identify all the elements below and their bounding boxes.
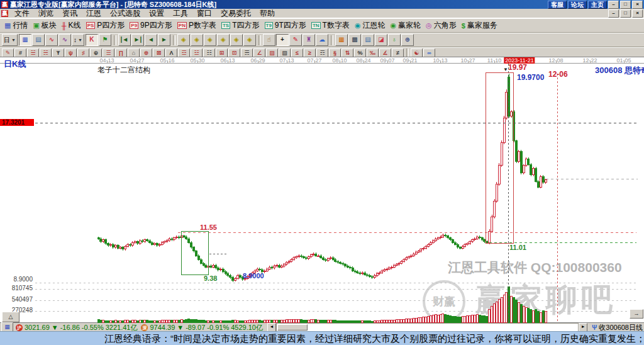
hexagon-icon: ◎ xyxy=(426,21,432,30)
date-axis-label: 05-30 xyxy=(190,57,204,64)
quotes-button[interactable]: ▦行情 xyxy=(2,20,30,31)
p-square-label: P四方形 xyxy=(97,20,125,31)
candlestick-chart[interactable] xyxy=(0,57,644,323)
9t-square-label: 9T四方形 xyxy=(275,20,306,31)
menu-item-设置[interactable]: 设置 xyxy=(145,9,169,18)
9p-square-button[interactable]: P99P四方形 xyxy=(127,20,174,31)
menu-item-浏览[interactable]: 浏览 xyxy=(34,9,58,18)
period-select[interactable]: 日▼ xyxy=(2,34,18,46)
menu-item-江恩[interactable]: 江恩 xyxy=(82,9,106,18)
mind-tool-icon[interactable]: ☁ xyxy=(316,34,328,46)
menu-item-公式选股[interactable]: 公式选股 xyxy=(106,9,145,18)
gann-diamond-1-icon[interactable]: ◈ xyxy=(177,34,190,46)
kline-mode-icon[interactable]: K xyxy=(86,34,98,46)
gann-diamond-6-icon[interactable]: ◈ xyxy=(243,34,256,46)
homepage-link[interactable]: 主页 xyxy=(588,1,607,9)
sectors-label: 板块 xyxy=(42,20,57,31)
structure-label: 老子十二宫结构 xyxy=(97,65,150,76)
date-axis-label: 06-13 xyxy=(220,57,235,64)
t-number-table-button[interactable]: TNT数字表 xyxy=(309,20,352,31)
toolbar-main: ▦行情▣板块╫K线PSP四方形P99P四方形PNP数字表TST四方形T99T四方… xyxy=(0,18,644,33)
gann-wheel-button[interactable]: ◉江恩轮 xyxy=(352,20,388,31)
sectors-button[interactable]: ▣板块 xyxy=(30,20,58,31)
scroll-right-arrow-icon[interactable]: ► xyxy=(579,323,587,332)
winner-wheel-button[interactable]: ◉赢家轮 xyxy=(388,20,424,31)
minimize-button[interactable]: – xyxy=(608,1,619,9)
date-axis-label: 01-05 xyxy=(616,57,631,64)
last-close-line xyxy=(546,179,638,179)
date-axis-label: 06-29 xyxy=(250,57,265,64)
symbol-name: 思特奇 xyxy=(625,65,644,75)
status-bar: ▦ 沪 3021.69 ▼ -16.86 -0.55% 3221.41亿 深 9… xyxy=(0,322,644,332)
forum-link[interactable]: 论坛 xyxy=(568,1,587,9)
box-top-annotation: 11.55 xyxy=(200,223,217,231)
send-data-icon[interactable]: ⊕ xyxy=(401,34,414,46)
notepad-icon[interactable]: ▤ xyxy=(362,34,374,46)
wave-tool-2-icon[interactable]: ∿ xyxy=(58,34,71,46)
crosshair-tool-icon[interactable]: + xyxy=(276,34,289,46)
p-square-button[interactable]: PSP四方形 xyxy=(84,20,128,31)
mdi-close-button[interactable]: × xyxy=(632,9,643,18)
app-icon: 赢 xyxy=(1,1,8,8)
measure-tool-icon[interactable]: ✎ xyxy=(289,34,302,46)
t-square-label: T四方形 xyxy=(232,20,259,31)
hand-tool-icon[interactable]: ☝ xyxy=(263,34,275,46)
menu-item-交易委托[interactable]: 交易委托 xyxy=(216,9,255,18)
candle-style-select[interactable]: ↕▼ xyxy=(72,34,84,46)
date-axis-label: 04-13 xyxy=(99,57,114,64)
prev-bar-icon[interactable]: ◄ xyxy=(145,34,157,46)
scroll-left-arrow-icon[interactable]: ◄ xyxy=(267,323,276,332)
menu-item-工具[interactable]: 工具 xyxy=(169,9,192,18)
hexagon-button[interactable]: ◎六角形 xyxy=(423,20,459,31)
toolbar-separator xyxy=(258,35,261,45)
winner-service-button[interactable]: $赢家服务 xyxy=(459,20,500,31)
9t-square-button[interactable]: T99T四方形 xyxy=(262,20,309,31)
first-bar-icon[interactable]: |◄ xyxy=(118,34,131,46)
gann-diamond-2-icon[interactable]: ◈ xyxy=(191,34,203,46)
calculator-icon[interactable]: ▩ xyxy=(348,34,361,46)
mdi-restore-button[interactable]: □ xyxy=(620,9,631,18)
info-panel-icon[interactable]: ▤ xyxy=(32,34,45,46)
chart-canvas[interactable]: 江恩工具软件 QQ:100800360 赢家聊吧 财赢 04-1304-2705… xyxy=(0,57,644,323)
window-title: 赢家江恩专业版[赢家内部服务平台] - [思特奇 SZ300608-184日K线… xyxy=(10,0,547,9)
toolbar-separator xyxy=(173,35,175,45)
expand-panel-button[interactable]: △ xyxy=(2,312,19,322)
close-button[interactable]: × xyxy=(632,1,643,9)
t-square-button[interactable]: TST四方形 xyxy=(219,20,262,31)
next-bar-icon[interactable]: ► xyxy=(158,34,170,46)
menu-item-资讯[interactable]: 资讯 xyxy=(58,9,82,18)
scrollbar-track[interactable] xyxy=(276,323,579,332)
scroll-right-button[interactable]: → xyxy=(630,309,643,319)
chart-view-icon[interactable]: ▦ xyxy=(19,34,31,46)
gann-diamond-5-icon[interactable]: ◈ xyxy=(230,34,243,46)
web-export-icon[interactable]: ♁ xyxy=(388,34,401,46)
support-link[interactable]: 客服 xyxy=(548,1,567,9)
menu-bar: 赢 文件浏览资讯江恩公式选股设置工具窗口交易委托帮助 – □ × xyxy=(0,9,644,18)
menu-item-文件[interactable]: 文件 xyxy=(10,9,34,18)
kline-button[interactable]: ╫K线 xyxy=(59,20,84,31)
kline-icon: ╫ xyxy=(62,22,67,30)
menu-item-帮助[interactable]: 帮助 xyxy=(255,9,279,18)
gann-diamond-4-icon[interactable]: ◈ xyxy=(217,34,230,46)
stamp-tool-icon[interactable]: ♜ xyxy=(303,34,315,46)
calendar-icon[interactable]: ▦ xyxy=(335,34,348,46)
date-axis-label: 12-22 xyxy=(582,57,597,64)
flag-mark-icon[interactable]: ⚑ xyxy=(99,34,111,46)
gann-diamond-3-icon[interactable]: ◈ xyxy=(204,34,216,46)
chart-scrollbar[interactable]: ◄ ► xyxy=(267,324,587,331)
gann-box-red[interactable] xyxy=(486,72,514,244)
p-number-table-button[interactable]: PNP数字表 xyxy=(175,20,219,31)
menu-item-窗口[interactable]: 窗口 xyxy=(192,9,216,18)
gann-box-green[interactable] xyxy=(181,231,209,275)
last-bar-icon[interactable]: ►| xyxy=(131,34,144,46)
t-number-table-label: T数字表 xyxy=(323,20,350,31)
t-number-table-icon: TN xyxy=(311,22,321,29)
save-icon[interactable]: ◪ xyxy=(375,34,387,46)
crosshair-price-tag: 17.3201 xyxy=(0,119,34,126)
scrollbar-thumb[interactable] xyxy=(277,324,308,331)
sh-index-value: 3021.69 xyxy=(25,324,50,331)
wave-tool-1-icon[interactable]: ∿ xyxy=(45,34,58,46)
data-feed-icon: Ψ xyxy=(592,324,597,331)
restore-button[interactable]: □ xyxy=(620,1,631,9)
mdi-minimize-button[interactable]: – xyxy=(608,9,619,18)
